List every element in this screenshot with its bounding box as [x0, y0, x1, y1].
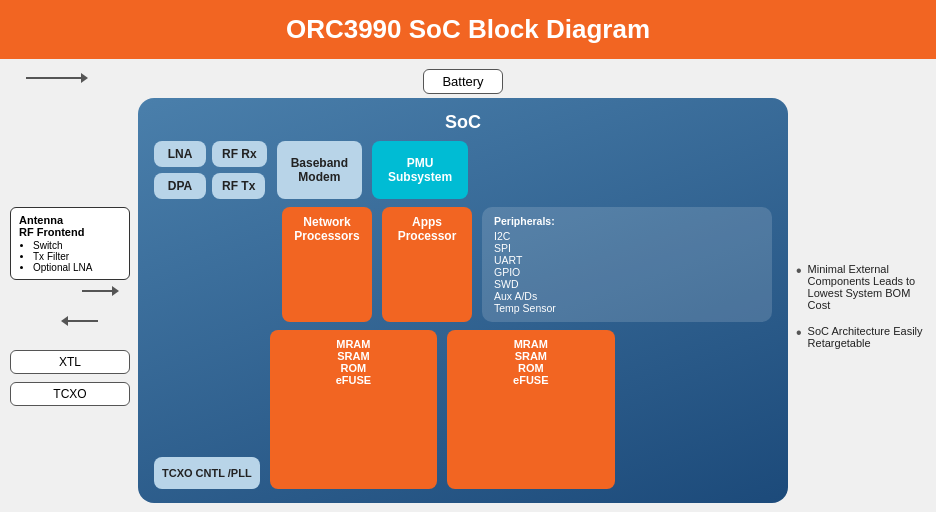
peripheral-gpio: GPIO	[494, 266, 760, 278]
peripheral-temp: Temp Sensor	[494, 302, 760, 314]
arrowhead-dpa	[61, 316, 68, 326]
network-processors-label: NetworkProcessors	[294, 215, 359, 243]
soc-title: SoC	[154, 112, 772, 133]
battery-box: Battery	[423, 69, 502, 94]
right-panel: • Minimal External Components Leads to L…	[796, 69, 926, 503]
arrow-line-dpa	[68, 320, 98, 322]
baseband-block: BasebandModem	[277, 141, 362, 199]
content-area: AntennaRF Frontend Switch Tx Filter Opti…	[0, 59, 936, 512]
middle-panel: Battery SoC LNA RF Rx DPA R	[138, 69, 788, 503]
bullet-dot-1: •	[796, 263, 802, 311]
sram1-label: SRAM	[280, 350, 427, 362]
apps-processor-label: AppsProcessor	[398, 215, 457, 243]
battery-label: Battery	[442, 74, 483, 89]
soc-row3: TCXO CNTL /PLL MRAM SRAM ROM eFUSE MRAM …	[154, 330, 772, 489]
antenna-list: Switch Tx Filter Optional LNA	[19, 240, 121, 273]
apps-processor-block: AppsProcessor	[382, 207, 472, 322]
mram2-label: MRAM	[457, 338, 604, 350]
tcxo-cntl-block: TCXO CNTL /PLL	[154, 457, 260, 489]
signal-arrow-area	[26, 77, 81, 79]
antenna-item-txfilter: Tx Filter	[33, 251, 121, 262]
dpa-arrow	[68, 320, 130, 322]
right-bullet-1: • Minimal External Components Leads to L…	[796, 263, 926, 311]
peripheral-spi: SPI	[494, 242, 760, 254]
tcxo-box: TCXO	[10, 382, 130, 406]
peripheral-uart: UART	[494, 254, 760, 266]
right-bullet-2: • SoC Architecture Easily Retargetable	[796, 325, 926, 349]
left-panel: AntennaRF Frontend Switch Tx Filter Opti…	[10, 69, 130, 503]
arrow-line-lna	[82, 290, 112, 292]
bot-spacer	[625, 330, 772, 489]
tcxo-label: TCXO	[53, 387, 86, 401]
rf-tx-block: RF Tx	[212, 173, 265, 199]
bullet-dot-2: •	[796, 325, 802, 349]
antenna-title: AntennaRF Frontend	[19, 214, 121, 238]
antenna-box: AntennaRF Frontend Switch Tx Filter Opti…	[10, 207, 130, 280]
rf-column: LNA RF Rx DPA RF Tx	[154, 141, 267, 199]
network-processors-block: NetworkProcessors	[282, 207, 372, 322]
soc-row2: NetworkProcessors AppsProcessor Peripher…	[154, 207, 772, 322]
efuse1-label: eFUSE	[280, 374, 427, 386]
peripherals-block: Peripherals: I2C SPI UART GPIO SWD Aux A…	[482, 207, 772, 322]
sram2-label: SRAM	[457, 350, 604, 362]
xtl-box: XTL	[10, 350, 130, 374]
peripherals-title: Peripherals:	[494, 215, 760, 227]
pmu-block: PMUSubsystem	[372, 141, 468, 199]
soc-inner: LNA RF Rx DPA RF Tx BasebandModem	[154, 141, 772, 489]
tcxo-cntl-label: TCXO CNTL /PLL	[162, 467, 252, 479]
xtl-label: XTL	[59, 355, 81, 369]
rom2-label: ROM	[457, 362, 604, 374]
spacer	[154, 207, 272, 322]
lna-block: LNA	[154, 141, 206, 167]
rf-row1: LNA RF Rx	[154, 141, 267, 167]
soc-row1: LNA RF Rx DPA RF Tx BasebandModem	[154, 141, 772, 199]
rf-row2: DPA RF Tx	[154, 173, 267, 199]
bullet-text-1: Minimal External Components Leads to Low…	[808, 263, 926, 311]
peripheral-i2c: I2C	[494, 230, 760, 242]
baseband-label: BasebandModem	[291, 156, 348, 184]
page-title: ORC3990 SoC Block Diagram	[286, 14, 650, 44]
signal-arrowhead	[81, 73, 88, 83]
rf-rx-block: RF Rx	[212, 141, 267, 167]
soc-block: SoC LNA RF Rx DPA RF Tx	[138, 98, 788, 503]
arrowhead-lna	[112, 286, 119, 296]
mram1-label: MRAM	[280, 338, 427, 350]
memory-block-1: MRAM SRAM ROM eFUSE	[270, 330, 437, 489]
signal-line	[26, 77, 81, 79]
antenna-to-lna-arrow	[82, 290, 130, 292]
dpa-block: DPA	[154, 173, 206, 199]
efuse2-label: eFUSE	[457, 374, 604, 386]
rom1-label: ROM	[280, 362, 427, 374]
battery-container: Battery	[138, 69, 788, 94]
page-header: ORC3990 SoC Block Diagram	[0, 0, 936, 59]
pmu-label: PMUSubsystem	[388, 156, 452, 184]
memory-block-2: MRAM SRAM ROM eFUSE	[447, 330, 614, 489]
peripheral-aux: Aux A/Ds	[494, 290, 760, 302]
peripheral-swd: SWD	[494, 278, 760, 290]
antenna-item-optionallna: Optional LNA	[33, 262, 121, 273]
bullet-text-2: SoC Architecture Easily Retargetable	[808, 325, 926, 349]
antenna-item-switch: Switch	[33, 240, 121, 251]
